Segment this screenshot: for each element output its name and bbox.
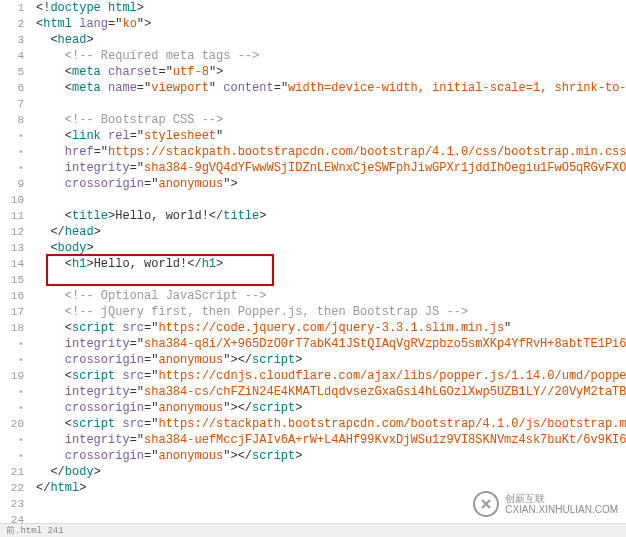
code-token: crossorigin: [65, 353, 144, 367]
code-token: "></: [223, 401, 252, 415]
code-token: crossorigin: [65, 401, 144, 415]
code-token: [36, 81, 65, 95]
code-line[interactable]: <script src="https://cdnjs.cloudflare.co…: [36, 368, 626, 384]
code-line[interactable]: <!-- Required meta tags -->: [36, 48, 626, 64]
code-line[interactable]: crossorigin="anonymous">: [36, 176, 626, 192]
code-token: anonymous: [158, 177, 223, 191]
code-token: script: [252, 353, 295, 367]
code-token: h1: [202, 257, 216, 271]
code-token: <!: [36, 1, 50, 15]
code-token: link: [72, 129, 101, 143]
line-fold-dot: •: [0, 336, 24, 352]
status-bar: 前.html 241: [0, 523, 626, 537]
code-token: [101, 65, 108, 79]
code-token: <: [65, 209, 72, 223]
code-token: [36, 241, 50, 255]
code-token: body: [65, 465, 94, 479]
line-number: 13: [0, 240, 24, 256]
code-token: Hello, world!: [94, 257, 188, 271]
line-number: 1: [0, 0, 24, 16]
code-token: ": [216, 129, 223, 143]
code-token: [36, 465, 50, 479]
code-line[interactable]: <meta name="viewport" content="width=dev…: [36, 80, 626, 96]
code-token: [36, 385, 65, 399]
code-token: <: [65, 129, 72, 143]
code-line[interactable]: integrity="sha384-9gVQ4dYFwwWSjIDZnLEWnx…: [36, 160, 626, 176]
code-token: stylesheet: [144, 129, 216, 143]
code-token: [36, 433, 65, 447]
code-token: [36, 257, 65, 271]
code-token: </: [50, 465, 64, 479]
code-token: ": [504, 321, 511, 335]
code-line[interactable]: </head>: [36, 224, 626, 240]
code-token: =": [144, 353, 158, 367]
code-token: [36, 321, 65, 335]
code-line[interactable]: crossorigin="anonymous"></script>: [36, 448, 626, 464]
line-number: 15: [0, 272, 24, 288]
code-token: html: [50, 481, 79, 495]
code-token: [36, 337, 65, 351]
code-token: sha384-cs/chFZiN24E4KMATLdqdvsezGxaGsi4h…: [144, 385, 626, 399]
code-line[interactable]: <body>: [36, 240, 626, 256]
code-line[interactable]: integrity="sha384-q8i/X+965DzO0rT7abK41J…: [36, 336, 626, 352]
code-line[interactable]: [36, 192, 626, 208]
code-line[interactable]: <script src="https://code.jquery.com/jqu…: [36, 320, 626, 336]
code-token: doctype html: [50, 1, 136, 15]
code-line[interactable]: <!-- jQuery first, then Popper.js, then …: [36, 304, 626, 320]
line-number: 7: [0, 96, 24, 112]
code-token: html: [43, 17, 72, 31]
code-line[interactable]: crossorigin="anonymous"></script>: [36, 352, 626, 368]
code-token: [36, 289, 65, 303]
code-token: name: [108, 81, 137, 95]
code-line[interactable]: </body>: [36, 464, 626, 480]
line-number: 18: [0, 320, 24, 336]
status-text: 前.html 241: [6, 526, 64, 536]
code-line[interactable]: [36, 272, 626, 288]
code-token: rel: [108, 129, 130, 143]
code-token: =": [130, 129, 144, 143]
code-token: [36, 177, 65, 191]
code-token: script: [72, 417, 115, 431]
code-token: integrity: [65, 433, 130, 447]
code-token: <: [50, 241, 57, 255]
code-line[interactable]: <head>: [36, 32, 626, 48]
code-editor[interactable]: 12345678•••9101112131415161718••19••20••…: [0, 0, 626, 517]
code-token: >: [86, 257, 93, 271]
code-token: [36, 161, 65, 175]
code-token: =": [144, 177, 158, 191]
code-token: >: [86, 241, 93, 255]
code-line[interactable]: <script src="https://stackpath.bootstrap…: [36, 416, 626, 432]
code-token: <: [65, 369, 72, 383]
watermark: 创新互联 CXIAN.XINHULIAN.COM: [473, 491, 618, 517]
code-token: src: [122, 417, 144, 431]
code-line[interactable]: <h1>Hello, world!</h1>: [36, 256, 626, 272]
code-line[interactable]: [36, 96, 626, 112]
code-token: content: [223, 81, 273, 95]
line-fold-dot: •: [0, 448, 24, 464]
code-token: </: [187, 257, 201, 271]
code-token: utf-8: [173, 65, 209, 79]
code-token: =": [144, 401, 158, 415]
code-line[interactable]: <meta charset="utf-8">: [36, 64, 626, 80]
code-line[interactable]: integrity="sha384-cs/chFZiN24E4KMATLdqdv…: [36, 384, 626, 400]
code-line[interactable]: crossorigin="anonymous"></script>: [36, 400, 626, 416]
code-line[interactable]: <!-- Optional JavaScript -->: [36, 288, 626, 304]
code-token: src: [122, 369, 144, 383]
code-token: =": [108, 17, 122, 31]
line-number: 10: [0, 192, 24, 208]
watermark-icon: [473, 491, 499, 517]
code-line[interactable]: <html lang="ko">: [36, 16, 626, 32]
code-token: title: [223, 209, 259, 223]
code-token: =": [144, 417, 158, 431]
code-line[interactable]: <title>Hello, world!</title>: [36, 208, 626, 224]
code-line[interactable]: <!-- Bootstrap CSS -->: [36, 112, 626, 128]
code-line[interactable]: <!doctype html>: [36, 0, 626, 16]
code-token: <: [50, 33, 57, 47]
line-number: 4: [0, 48, 24, 64]
code-line[interactable]: href="https://stackpath.bootstrapcdn.com…: [36, 144, 626, 160]
code-token: sha384-uefMccjFJAIv6A+rW+L4AHf99KvxDjWSu…: [144, 433, 626, 447]
code-line[interactable]: <link rel="stylesheet": [36, 128, 626, 144]
code-token: =": [130, 161, 144, 175]
code-area[interactable]: <!doctype html><html lang="ko"> <head> <…: [32, 0, 626, 517]
code-line[interactable]: integrity="sha384-uefMccjFJAIv6A+rW+L4AH…: [36, 432, 626, 448]
